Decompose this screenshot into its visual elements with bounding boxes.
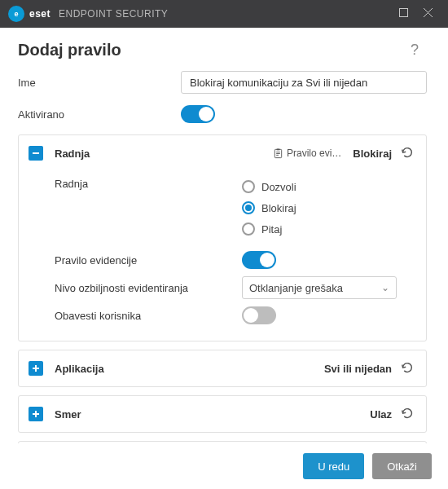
square-icon — [399, 8, 408, 17]
brand-rest: ENDPOINT SECURITY — [59, 8, 168, 20]
bottombar: U redu Otkaži — [0, 443, 448, 489]
activated-toggle[interactable] — [181, 105, 215, 123]
eset-logo-icon: e — [8, 6, 24, 22]
expand-direction-button[interactable] — [29, 407, 43, 421]
panel-action-revert[interactable] — [398, 144, 416, 162]
svg-rect-0 — [399, 9, 407, 17]
brand-bold: eset — [29, 8, 51, 20]
panel-action-title: Radnja — [55, 148, 90, 160]
clipboard-icon — [273, 148, 283, 159]
action-label: Radnja — [55, 178, 242, 190]
close-icon — [424, 8, 433, 17]
severity-value: Otklanjanje grešaka — [249, 282, 343, 294]
log-rule-label: Pravilo evidencije — [55, 254, 242, 267]
brand: e eset ENDPOINT SECURITY — [8, 6, 168, 22]
panel-action: Radnja Pravilo evi… Blokiraj Radnja Dozv… — [18, 134, 427, 341]
plus-icon — [32, 364, 40, 372]
window-maximize-button[interactable] — [391, 8, 415, 20]
radio-block-row[interactable]: Blokiraj — [242, 199, 416, 217]
activated-label: Aktivirano — [18, 108, 181, 121]
panel-action-body: Radnja Dozvoli Blokiraj Pitaj — [19, 171, 426, 341]
minus-icon — [32, 149, 40, 157]
panel-action-summary: Blokiraj — [353, 148, 392, 160]
radio-ask[interactable] — [242, 222, 255, 236]
panel-direction-revert[interactable] — [398, 405, 416, 423]
undo-icon — [400, 361, 415, 376]
radio-ask-row[interactable]: Pitaj — [242, 220, 416, 238]
radio-allow-label: Dozvoli — [261, 181, 296, 193]
severity-label: Nivo ozbiljnosti evidentiranja — [55, 282, 242, 294]
panel-direction: Smer Ulaz — [18, 395, 427, 433]
name-label: Ime — [18, 77, 181, 89]
name-field-row: Ime — [18, 71, 427, 94]
radio-allow-row[interactable]: Dozvoli — [242, 178, 416, 196]
panel-application-title: Aplikacija — [55, 363, 104, 375]
radio-block[interactable] — [242, 201, 255, 214]
ok-button[interactable]: U redu — [303, 453, 364, 479]
radio-allow[interactable] — [242, 180, 255, 193]
panel-direction-summary: Ulaz — [370, 408, 392, 421]
panel-action-header: Radnja Pravilo evi… Blokiraj — [19, 135, 426, 171]
panel-direction-title: Smer — [55, 408, 81, 421]
window-close-button[interactable] — [415, 8, 440, 20]
panel-application-summary: Svi ili nijedan — [324, 363, 392, 375]
panel-ipprotocol: IP protokola TCP i UDP — [18, 441, 427, 443]
collapse-button[interactable] — [29, 146, 43, 161]
expand-application-button[interactable] — [29, 361, 43, 376]
plus-icon — [32, 410, 40, 418]
activated-row: Aktivirano — [18, 105, 427, 123]
help-button[interactable]: ? — [411, 42, 419, 59]
panel-application: Aplikacija Svi ili nijedan — [18, 350, 427, 387]
panel-action-rule-summary: Pravilo evi… — [273, 148, 341, 159]
cancel-button[interactable]: Otkaži — [372, 453, 432, 479]
undo-icon — [400, 146, 415, 161]
name-input[interactable] — [181, 71, 427, 94]
panel-application-revert[interactable] — [398, 359, 416, 377]
notify-label: Obavesti korisnika — [55, 310, 242, 322]
content-area: Dodaj pravilo ? Ime Aktivirano Radnja Pr… — [0, 28, 448, 443]
page-title: Dodaj pravilo — [18, 41, 121, 59]
severity-select[interactable]: Otklanjanje grešaka ⌄ — [242, 276, 397, 299]
page-title-row: Dodaj pravilo ? — [18, 41, 427, 59]
notify-toggle[interactable] — [242, 306, 276, 324]
undo-icon — [400, 407, 415, 421]
titlebar: e eset ENDPOINT SECURITY — [0, 0, 448, 28]
log-rule-toggle[interactable] — [242, 251, 276, 269]
radio-ask-label: Pitaj — [261, 223, 282, 236]
radio-block-label: Blokiraj — [261, 202, 296, 214]
svg-rect-5 — [277, 148, 280, 150]
panel-action-rule-summary-text: Pravilo evi… — [287, 148, 341, 159]
chevron-down-icon: ⌄ — [381, 282, 389, 293]
